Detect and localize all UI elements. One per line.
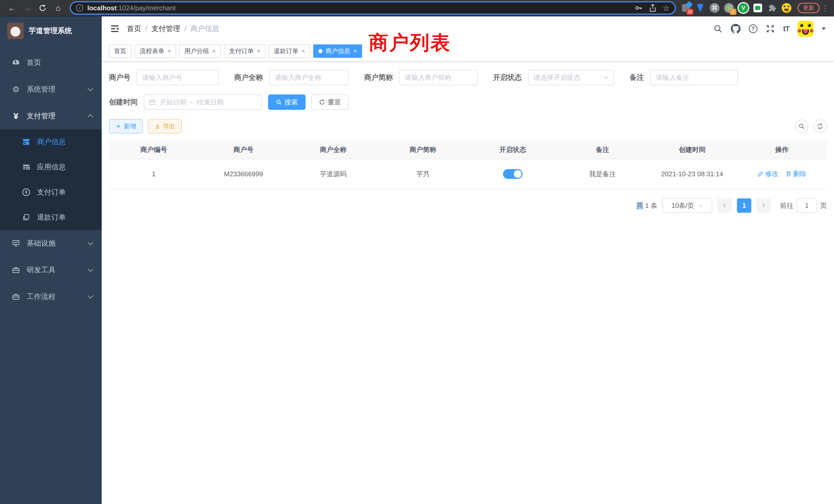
cell-short-name: 芋艿	[378, 159, 468, 189]
user-menu-caret-icon[interactable]	[822, 27, 826, 30]
goto-page-input[interactable]	[796, 198, 817, 213]
page-size-value: 10条/页	[672, 201, 694, 210]
github-icon[interactable]	[731, 24, 741, 33]
merchant-no-label: 商户号	[109, 73, 130, 83]
next-page-button[interactable]	[756, 198, 771, 213]
page-number-1[interactable]: 1	[737, 198, 751, 213]
sidebar-item-system[interactable]: ⚙ 系统管理	[0, 76, 102, 102]
page-info-icon[interactable]: i	[76, 4, 83, 12]
sidebar-item-home[interactable]: 首页	[0, 49, 102, 76]
merchant-no-input[interactable]	[137, 70, 219, 85]
tag-label: 支付订单	[229, 47, 254, 55]
pagination: 共 1 条 10条/页 1 前	[109, 198, 827, 213]
user-avatar[interactable]	[797, 21, 813, 37]
sidebar-item-app-info[interactable]: 应用信息	[0, 155, 102, 180]
password-key-icon[interactable]	[635, 4, 643, 12]
remark-input[interactable]	[650, 70, 738, 85]
forward-icon[interactable]: →	[21, 1, 34, 15]
gem-extension-icon[interactable]	[695, 3, 705, 13]
close-icon[interactable]: ×	[212, 47, 216, 55]
close-icon[interactable]: ×	[168, 47, 171, 55]
session-extension-icon[interactable]: 1	[724, 3, 734, 13]
command-extension-icon[interactable]: ⌘	[710, 3, 720, 13]
close-icon[interactable]: ×	[257, 47, 260, 55]
chrome-update-button[interactable]: 更新	[797, 3, 820, 13]
sidebar-item-merchant-info[interactable]: 商户信息	[0, 129, 102, 155]
reload-icon[interactable]	[36, 1, 49, 15]
sidebar-fold-icon[interactable]	[110, 24, 120, 33]
sidebar: 芋道管理系统 首页 ⚙ 系统管理 ¥ 支付管理	[0, 17, 102, 504]
chat-extension-icon[interactable]	[753, 3, 763, 13]
sidebar-item-dev-tools[interactable]: 研发工具	[0, 257, 102, 283]
search-icon[interactable]	[713, 24, 723, 33]
page-size-select[interactable]: 10条/页	[662, 198, 712, 213]
tag-merchant-info[interactable]: 商户信息 ×	[313, 44, 362, 58]
sidebar-item-workflow[interactable]: 工作流程	[0, 283, 102, 310]
close-icon[interactable]: ×	[302, 47, 305, 55]
address-bar[interactable]: i localhost:1024/pay/merchant ☆	[70, 1, 676, 15]
bookmark-star-icon[interactable]: ☆	[663, 4, 670, 13]
edit-link[interactable]: 修改	[758, 169, 778, 178]
extension-badge: 10	[687, 9, 693, 15]
create-time-range-picker[interactable]: 开始日期 - 结束日期	[144, 94, 262, 110]
close-icon[interactable]: ×	[353, 47, 357, 55]
browser-menu-icon[interactable]: ⋮	[822, 4, 829, 12]
tag-home[interactable]: 首页	[109, 44, 131, 58]
tag-pay-order[interactable]: 支付订单 ×	[224, 44, 265, 58]
url-text: localhost:1024/pay/merchant	[87, 4, 635, 12]
home-icon[interactable]: ⌂	[51, 1, 65, 15]
search-button[interactable]: 搜索	[268, 94, 306, 110]
yen-icon: ¥	[11, 111, 21, 121]
extensions-cluster: 10 ⌘ 1 V	[681, 3, 791, 13]
full-name-input[interactable]	[269, 70, 349, 85]
edit-link-label: 修改	[765, 169, 778, 178]
url-host: localhost	[87, 4, 116, 12]
toolbox-icon	[11, 293, 21, 301]
tag-user-group[interactable]: 用户分组 ×	[179, 44, 221, 58]
breadcrumb-payment[interactable]: 支付管理	[152, 24, 180, 33]
status-select[interactable]: 请选择开启状态	[528, 70, 614, 85]
breadcrumb-home[interactable]: 首页	[127, 24, 141, 33]
refresh-icon	[319, 99, 325, 105]
browser-toolbar: ← → ⌂ i localhost:1024/pay/merchant ☆ 10	[0, 0, 834, 17]
sidebar-item-label: 首页	[27, 58, 41, 68]
extensions-puzzle-icon[interactable]	[767, 3, 777, 13]
sidebar-item-payment[interactable]: ¥ 支付管理	[0, 102, 102, 129]
sidebar-item-label: 退款订单	[37, 212, 66, 222]
logo-image	[7, 23, 24, 39]
back-icon[interactable]: ←	[5, 1, 19, 15]
sidebar-item-infrastructure[interactable]: 基础设施	[0, 230, 102, 257]
tag-refund-order[interactable]: 退款订单 ×	[269, 44, 310, 58]
help-icon[interactable]: ?	[749, 24, 758, 33]
v2ex-extension-icon[interactable]: V	[739, 3, 748, 13]
short-name-input[interactable]	[399, 70, 478, 85]
share-icon[interactable]	[649, 4, 657, 12]
sidebar-item-label: 支付管理	[27, 111, 56, 121]
chevron-down-icon	[603, 75, 609, 80]
start-date-placeholder: 开始日期	[160, 98, 186, 107]
refresh-table-button[interactable]	[813, 120, 827, 133]
fullscreen-icon[interactable]	[766, 24, 775, 33]
sidebar-item-refund-order[interactable]: 退款订单	[0, 205, 102, 230]
status-toggle[interactable]	[503, 169, 523, 179]
app-logo[interactable]: 芋道管理系统	[0, 17, 102, 45]
toggle-search-button[interactable]	[795, 120, 808, 133]
export-button[interactable]: 导出	[148, 119, 182, 134]
font-size-icon[interactable]: tT	[783, 24, 789, 33]
profile-avatar-emoji-icon[interactable]	[782, 3, 791, 13]
trash-icon	[786, 171, 792, 177]
prev-page-button[interactable]	[718, 198, 732, 213]
tag-process-form[interactable]: 流程表单 ×	[135, 44, 176, 58]
table-grid-icon	[22, 163, 31, 171]
tag-label: 首页	[114, 47, 126, 55]
page-content: 商户号 商户全称 商户简称 开启状态 请选择开启状态	[102, 62, 834, 504]
monitor-icon	[11, 239, 21, 247]
tab-manager-extension-icon[interactable]: 10	[681, 3, 691, 13]
sidebar-item-pay-order[interactable]: ¥ 支付订单	[0, 180, 102, 205]
add-button[interactable]: 新增	[109, 119, 143, 134]
calendar-icon	[149, 99, 156, 106]
page-unit-label: 页	[820, 201, 827, 210]
delete-link[interactable]: 删除	[786, 169, 807, 178]
reset-button[interactable]: 重置	[311, 94, 349, 110]
browser-window: ← → ⌂ i localhost:1024/pay/merchant ☆ 10	[0, 0, 834, 504]
